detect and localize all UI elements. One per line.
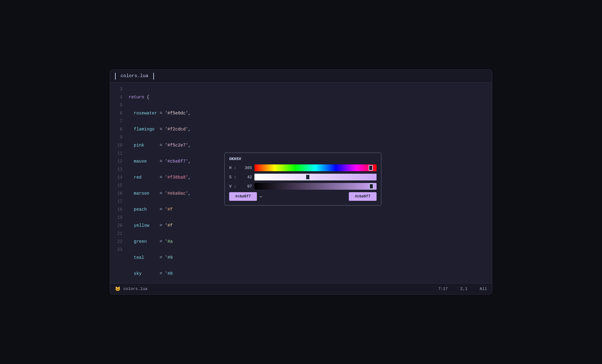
- picker-arrow: ⇒: [259, 194, 346, 199]
- line-11: yellow = '#f: [129, 221, 492, 230]
- line-14: sky = '#8: [129, 270, 492, 278]
- line-5: flamingo = '#f2cdcd',: [129, 125, 492, 133]
- status-right: 7:17 2,1 All: [438, 287, 487, 291]
- value-slider[interactable]: [254, 183, 377, 190]
- line-12: green = '#a: [129, 238, 492, 246]
- picker-saturation-row: S : 42: [229, 174, 377, 180]
- picker-hue-row: H : 305: [229, 164, 377, 171]
- cursor-bar-2: [153, 73, 154, 80]
- picker-title: OKHSV: [229, 157, 377, 161]
- saturation-value: 42: [241, 175, 252, 180]
- picker-footer: #cba6f7 ⇒ #cba6f7: [229, 192, 377, 201]
- status-position: 2,1: [460, 287, 467, 291]
- color-from-box: #cba6f7: [229, 192, 257, 201]
- editor-window: colors.lua 3 4 5 6 7 8 9 10 11 12 13 14 …: [110, 69, 492, 295]
- hue-value: 305: [241, 166, 252, 170]
- editor-body: 3 4 5 6 7 8 9 10 11 12 13 14 15 16 17 18…: [110, 83, 492, 283]
- color-to-box: #cba6f7: [349, 192, 377, 201]
- value-value: 97: [241, 184, 252, 189]
- hue-thumb[interactable]: [369, 165, 373, 171]
- line-4: rosewater = '#f5e0dc',: [129, 109, 492, 117]
- status-time: 7:17: [438, 287, 448, 291]
- saturation-slider[interactable]: [254, 174, 377, 180]
- status-icon: 😺: [115, 286, 120, 292]
- cursor-bar: [115, 73, 116, 80]
- titlebar: colors.lua: [110, 70, 492, 83]
- line-numbers: 3 4 5 6 7 8 9 10 11 12 13 14 15 16 17 18…: [110, 83, 126, 283]
- hue-label: H :: [229, 166, 238, 170]
- line-6: pink = '#f5c2e7',: [129, 141, 492, 149]
- value-label: V :: [229, 184, 238, 189]
- status-scope: All: [480, 287, 487, 291]
- status-left: 😺 colors.lua: [115, 286, 147, 292]
- status-filename: colors.lua: [123, 287, 147, 291]
- value-thumb[interactable]: [369, 184, 373, 189]
- color-picker-popup[interactable]: OKHSV H : 305 S : 42 V : 97: [224, 152, 381, 206]
- line-3: return {: [129, 93, 492, 101]
- picker-value-row: V : 97: [229, 183, 377, 190]
- saturation-thumb[interactable]: [306, 174, 310, 180]
- status-bar: 😺 colors.lua 7:17 2,1 All: [110, 283, 492, 294]
- hue-slider[interactable]: [254, 164, 377, 171]
- saturation-label: S :: [229, 175, 238, 180]
- line-13: teal = '#9: [129, 254, 492, 262]
- line-10: peach = '#f: [129, 205, 492, 213]
- tab-title[interactable]: colors.lua: [121, 73, 148, 79]
